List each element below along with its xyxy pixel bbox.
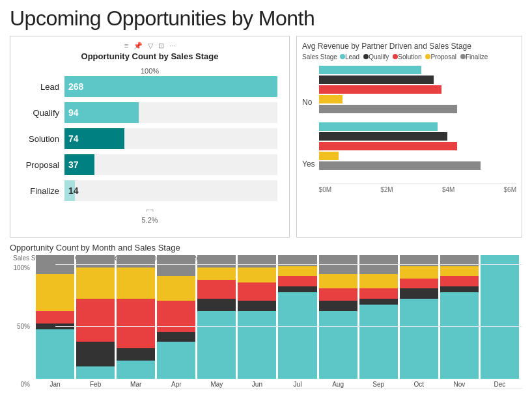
y-axis-col: 100% 50% 0% <box>10 264 33 388</box>
stacked-segment-solution <box>440 276 479 286</box>
h-bar-group <box>319 66 516 113</box>
bar-track: 268 <box>64 76 277 97</box>
y-50: 50% <box>10 323 30 330</box>
stacked-segment-qualify <box>197 299 236 311</box>
month-label: Jun <box>238 381 276 388</box>
bar-stack <box>157 255 195 379</box>
stacked-segment-finalize <box>400 255 438 266</box>
filter-icon[interactable]: ▽ <box>148 42 153 50</box>
month-label: Apr <box>157 381 195 388</box>
month-label: Aug <box>319 381 357 388</box>
stacked-segment-lead <box>36 329 74 379</box>
bar-fill: 74 <box>64 128 124 149</box>
h-bar-segment <box>319 122 438 131</box>
stacked-segment-lead <box>481 255 519 379</box>
stacked-col: Feb <box>76 264 115 388</box>
yes-label: Yes <box>302 159 315 169</box>
bar-stack <box>278 255 316 379</box>
expand-icon[interactable]: ⊡ <box>158 42 164 50</box>
stacked-segment-solution <box>197 280 236 299</box>
stacked-segment-finalize <box>440 255 479 266</box>
h-bar-segment <box>319 142 457 150</box>
legend-label: Finalize <box>466 53 488 61</box>
stacked-segment-lead <box>400 299 438 379</box>
stacked-col: May <box>197 264 236 388</box>
stacked-segment-solution <box>319 288 357 301</box>
bottom-chart-title: Opportunity Count by Month and Sales Sta… <box>10 243 522 253</box>
stacked-segment-lead <box>76 366 115 379</box>
stacked-segment-finalize <box>157 255 195 276</box>
stacked-segment-finalize <box>76 255 115 268</box>
legend-dot <box>340 54 345 59</box>
h-bar-segment <box>319 132 447 141</box>
pin-icon[interactable]: 📌 <box>133 42 143 50</box>
bar-row-solution: Solution74 <box>22 128 277 149</box>
bar-track: 74 <box>64 128 277 149</box>
more-icon[interactable]: ··· <box>169 42 175 50</box>
bracket: ⌐¬ <box>22 206 277 213</box>
right-chart-content: No Yes $0M$2M$4M$6M <box>302 64 516 195</box>
bar-label: Solution <box>22 134 64 144</box>
stacked-segment-lead <box>278 292 316 379</box>
stacked-segment-lead <box>440 292 479 379</box>
stacked-segment-proposal <box>359 274 398 289</box>
stacked-segment-proposal <box>278 266 316 276</box>
bar-stack <box>481 255 519 379</box>
stacked-segment-proposal <box>238 268 276 282</box>
month-label: May <box>197 381 236 388</box>
bar-row-finalize: Finalize14 <box>22 180 277 201</box>
stacked-segment-lead <box>117 361 155 379</box>
menu-icon[interactable]: ≡ <box>124 42 128 50</box>
top-row: ≡ 📌 ▽ ⊡ ··· Opportunity Count by Sales S… <box>10 36 522 238</box>
top-percent-label: 100% <box>22 67 277 75</box>
right-bar-groups: $0M$2M$4M$6M <box>319 64 516 195</box>
h-bar-segment <box>319 76 434 84</box>
stacked-segment-proposal <box>319 274 357 289</box>
stacked-col: Apr <box>157 264 195 388</box>
stacked-segment-qualify <box>359 299 398 305</box>
page-title: Upcoming Opportunities by Month <box>10 7 522 31</box>
bar-fill: 94 <box>64 102 139 123</box>
stacked-segment-proposal <box>117 268 155 299</box>
h-bar-row <box>319 132 516 141</box>
bar-rows: Lead268Qualify94Solution74Proposal37Fina… <box>22 76 277 201</box>
chart-toolbar: ≡ 📌 ▽ ⊡ ··· <box>16 42 284 50</box>
bar-stack <box>36 255 74 379</box>
bottom-row: Opportunity Count by Month and Sales Sta… <box>10 243 522 399</box>
h-bar-row <box>319 95 516 103</box>
stacked-segment-proposal <box>400 266 438 279</box>
bar-fill: 268 <box>64 76 277 97</box>
h-bar-segment <box>319 85 441 94</box>
month-label: Jan <box>36 381 74 388</box>
stacked-segment-qualify <box>440 286 479 293</box>
bar-chart-container: 100% Lead268Qualify94Solution74Proposal3… <box>16 64 284 230</box>
stacked-segment-qualify <box>238 301 276 310</box>
dashboard: Upcoming Opportunities by Month ≡ 📌 ▽ ⊡ … <box>0 0 532 412</box>
legend-dot <box>363 54 369 59</box>
right-chart-box: Avg Revenue by Partner Driven and Sales … <box>296 36 522 238</box>
stacked-segment-solution <box>278 276 316 286</box>
h-bar-row <box>319 142 516 150</box>
stacked-segment-lead <box>359 305 398 379</box>
stacked-col: Mar <box>117 264 155 388</box>
month-label: Dec <box>481 381 519 388</box>
stacked-segment-finalize <box>359 255 398 274</box>
y-100: 100% <box>10 264 30 271</box>
bar-row-lead: Lead268 <box>22 76 277 97</box>
bar-label: Finalize <box>22 186 64 196</box>
stacked-segment-proposal <box>76 268 115 299</box>
stacked-col: Sep <box>359 264 398 388</box>
stacked-col: Jun <box>238 264 276 388</box>
stacked-segment-proposal <box>157 276 195 301</box>
bar-stack <box>359 255 398 379</box>
stacked-col: Jul <box>278 264 316 388</box>
month-label: Mar <box>117 381 155 388</box>
bar-stack <box>319 255 357 379</box>
stacked-segment-proposal <box>440 266 479 276</box>
month-label: Sep <box>359 381 398 388</box>
h-bar-row <box>319 122 516 131</box>
legend-label: Lead <box>345 53 359 61</box>
stacked-segment-solution <box>157 301 195 332</box>
stacked-segment-finalize <box>197 255 236 268</box>
h-bar-row <box>319 152 516 160</box>
